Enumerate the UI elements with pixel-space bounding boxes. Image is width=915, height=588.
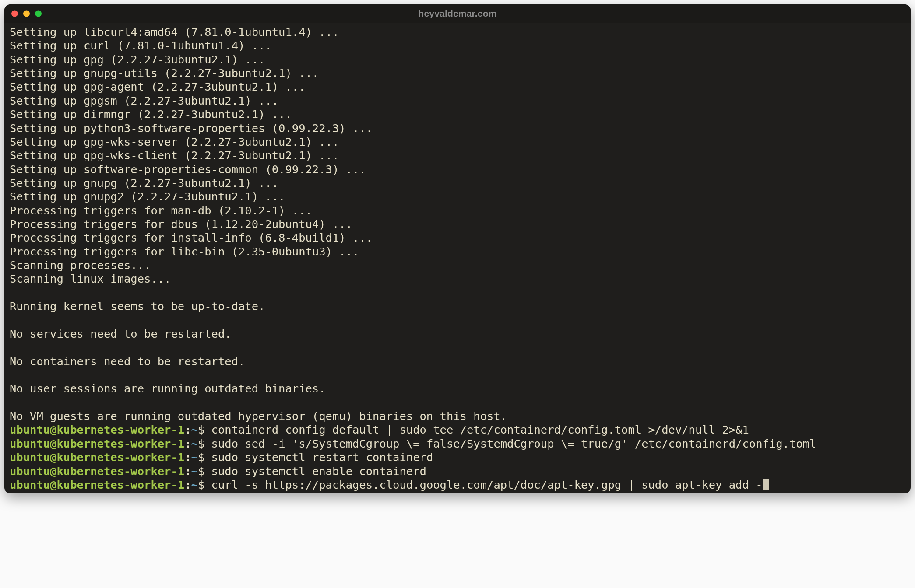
output-line: Processing triggers for man-db (2.10.2-1…	[10, 204, 905, 217]
output-line: No services need to be restarted.	[10, 327, 905, 341]
prompt-userhost: ubuntu@kubernetes-worker-1	[10, 451, 184, 464]
output-line: Processing triggers for dbus (1.12.20-2u…	[10, 217, 905, 231]
prompt-colon: :	[184, 423, 191, 436]
output-line: No VM guests are running outdated hyperv…	[10, 410, 905, 423]
zoom-icon[interactable]	[35, 10, 42, 17]
command-text[interactable]: curl -s https://packages.cloud.google.co…	[211, 478, 763, 491]
output-line: Setting up libcurl4:amd64 (7.81.0-1ubunt…	[10, 25, 905, 39]
output-line: No containers need to be restarted.	[10, 355, 905, 368]
prompt-dollar: $	[198, 437, 211, 450]
prompt-userhost: ubuntu@kubernetes-worker-1	[10, 437, 184, 450]
output-line: Setting up gpg-agent (2.2.27-3ubuntu2.1)…	[10, 80, 905, 94]
output-line: Processing triggers for libc-bin (2.35-0…	[10, 245, 905, 259]
cursor-block	[763, 479, 769, 490]
titlebar[interactable]: heyvaldemar.com	[4, 4, 911, 23]
prompt-colon: :	[184, 437, 191, 450]
terminal-body[interactable]: Setting up libcurl4:amd64 (7.81.0-1ubunt…	[4, 23, 911, 494]
output-line: No user sessions are running outdated bi…	[10, 382, 905, 396]
prompt-dollar: $	[198, 423, 211, 436]
command-text[interactable]: sudo sed -i 's/SystemdCgroup \= false/Sy…	[211, 437, 816, 450]
prompt-line: ubuntu@kubernetes-worker-1:~$ sudo syste…	[10, 451, 905, 464]
command-text[interactable]: sudo systemctl enable containerd	[211, 465, 426, 478]
prompt-path: ~	[191, 423, 198, 436]
output-line	[10, 341, 905, 354]
output-line: Setting up gpg (2.2.27-3ubuntu2.1) ...	[10, 53, 905, 66]
output-line	[10, 286, 905, 300]
prompt-path: ~	[191, 451, 198, 464]
command-text[interactable]: containerd config default | sudo tee /et…	[211, 423, 749, 436]
prompt-line: ubuntu@kubernetes-worker-1:~$ sudo sed -…	[10, 437, 905, 451]
output-line: Setting up software-properties-common (0…	[10, 163, 905, 176]
output-line: Setting up dirmngr (2.2.27-3ubuntu2.1) .…	[10, 108, 905, 121]
close-icon[interactable]	[11, 10, 18, 17]
prompt-colon: :	[184, 465, 191, 478]
output-line: Setting up gpgsm (2.2.27-3ubuntu2.1) ...	[10, 94, 905, 108]
minimize-icon[interactable]	[23, 10, 30, 17]
output-line	[10, 368, 905, 382]
prompt-line: ubuntu@kubernetes-worker-1:~$ containerd…	[10, 423, 905, 437]
output-line: Scanning processes...	[10, 259, 905, 272]
output-line: Setting up python3-software-properties (…	[10, 122, 905, 135]
prompt-path: ~	[191, 437, 198, 450]
prompt-colon: :	[184, 451, 191, 464]
output-line: Setting up gpg-wks-server (2.2.27-3ubunt…	[10, 135, 905, 149]
output-line: Processing triggers for install-info (6.…	[10, 231, 905, 245]
prompt-userhost: ubuntu@kubernetes-worker-1	[10, 423, 184, 436]
output-line: Setting up gnupg2 (2.2.27-3ubuntu2.1) ..…	[10, 190, 905, 203]
prompt-line: ubuntu@kubernetes-worker-1:~$ sudo syste…	[10, 465, 905, 478]
output-line: Setting up gnupg-utils (2.2.27-3ubuntu2.…	[10, 66, 905, 80]
prompt-path: ~	[191, 465, 198, 478]
command-text[interactable]: sudo systemctl restart containerd	[211, 451, 433, 464]
prompt-dollar: $	[198, 478, 211, 491]
output-line: Running kernel seems to be up-to-date.	[10, 300, 905, 313]
prompt-userhost: ubuntu@kubernetes-worker-1	[10, 465, 184, 478]
prompt-colon: :	[184, 478, 191, 491]
output-line: Setting up gnupg (2.2.27-3ubuntu2.1) ...	[10, 176, 905, 190]
prompt-dollar: $	[198, 451, 211, 464]
terminal-window: heyvaldemar.com Setting up libcurl4:amd6…	[4, 4, 911, 494]
prompt-dollar: $	[198, 465, 211, 478]
output-line	[10, 314, 905, 327]
output-line: Scanning linux images...	[10, 272, 905, 286]
traffic-lights	[11, 10, 42, 17]
prompt-line: ubuntu@kubernetes-worker-1:~$ curl -s ht…	[10, 478, 905, 492]
window-title: heyvaldemar.com	[418, 8, 496, 19]
prompt-path: ~	[191, 478, 198, 491]
output-line	[10, 396, 905, 410]
prompt-userhost: ubuntu@kubernetes-worker-1	[10, 478, 184, 491]
output-line: Setting up gpg-wks-client (2.2.27-3ubunt…	[10, 149, 905, 162]
output-line: Setting up curl (7.81.0-1ubuntu1.4) ...	[10, 39, 905, 52]
